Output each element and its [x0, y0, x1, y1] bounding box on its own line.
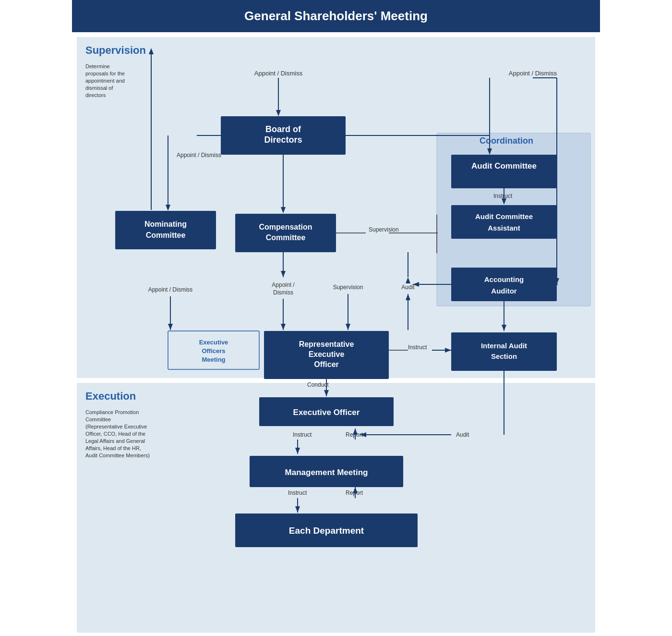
svg-text:Committee: Committee	[85, 416, 111, 422]
svg-text:Determine: Determine	[85, 63, 110, 69]
svg-text:Meeting: Meeting	[202, 356, 225, 363]
svg-text:Officers: Officers	[202, 347, 225, 355]
svg-text:Nominating: Nominating	[144, 220, 187, 228]
svg-text:Appoint / Dismiss: Appoint / Dismiss	[509, 70, 557, 77]
svg-text:Committee: Committee	[266, 233, 306, 242]
svg-text:Directors: Directors	[264, 135, 302, 145]
svg-text:Appoint / Dismiss: Appoint / Dismiss	[148, 286, 193, 293]
svg-text:Representative: Representative	[299, 340, 354, 348]
svg-text:Instruct: Instruct	[288, 489, 307, 496]
svg-text:(Representative Executive: (Representative Executive	[85, 424, 147, 429]
svg-text:Affairs, Head of the HR,: Affairs, Head of the HR,	[85, 445, 141, 451]
svg-text:Management Meeting: Management Meeting	[285, 468, 368, 477]
svg-text:Compliance Promotion: Compliance Promotion	[85, 409, 139, 415]
header-bar: General Shareholders' Meeting	[72, 0, 600, 32]
svg-text:Executive: Executive	[199, 339, 228, 346]
svg-text:Coordination: Coordination	[480, 136, 533, 146]
svg-text:Officer: Officer	[314, 360, 339, 368]
svg-text:Instruct: Instruct	[293, 431, 312, 438]
org-chart-diagram: Supervision Determine proposals for the …	[72, 32, 600, 636]
svg-text:Officer, CCO, Head of the: Officer, CCO, Head of the	[85, 431, 145, 437]
svg-text:Audit Committee: Audit Committee	[475, 212, 533, 220]
svg-text:Conduct: Conduct	[307, 381, 329, 388]
svg-text:Appoint / Dismiss: Appoint / Dismiss	[254, 70, 303, 77]
header-title: General Shareholders' Meeting	[244, 9, 428, 23]
svg-text:appointment and: appointment and	[85, 78, 125, 84]
svg-text:dismissal of: dismissal of	[85, 85, 113, 91]
svg-text:Supervision: Supervision	[369, 226, 399, 233]
svg-text:Board of: Board of	[265, 124, 301, 134]
svg-rect-39	[451, 155, 557, 188]
svg-text:directors: directors	[85, 92, 106, 98]
svg-text:proposals for the: proposals for the	[85, 71, 125, 76]
svg-text:Auditor: Auditor	[491, 287, 516, 295]
svg-text:Each Department: Each Department	[289, 526, 364, 536]
page-wrapper: General Shareholders' Meeting Supervisio…	[72, 0, 600, 636]
svg-text:Committee: Committee	[146, 231, 186, 239]
svg-text:Audit: Audit	[456, 431, 469, 438]
svg-text:Execution: Execution	[85, 390, 136, 402]
svg-rect-44	[451, 205, 557, 239]
svg-rect-25	[115, 211, 216, 249]
svg-text:Appoint /: Appoint /	[272, 281, 295, 288]
svg-text:Supervision: Supervision	[333, 284, 363, 291]
svg-text:Executive Officer: Executive Officer	[293, 408, 360, 417]
svg-rect-47	[451, 268, 557, 301]
svg-text:Audit: Audit	[401, 284, 415, 291]
svg-text:Compensation: Compensation	[259, 223, 312, 231]
svg-text:Legal Affairs and General: Legal Affairs and General	[85, 438, 145, 444]
svg-text:Internal Audit: Internal Audit	[481, 342, 527, 350]
svg-text:Assistant: Assistant	[488, 224, 520, 232]
svg-text:Executive: Executive	[309, 350, 345, 358]
svg-text:Section: Section	[491, 352, 517, 360]
svg-rect-82	[451, 332, 557, 371]
svg-text:Instruct: Instruct	[408, 344, 427, 351]
svg-text:Audit Committee Members): Audit Committee Members)	[85, 453, 150, 458]
svg-text:Accounting: Accounting	[484, 275, 524, 283]
svg-text:Dismiss: Dismiss	[273, 289, 293, 296]
svg-text:Supervision: Supervision	[85, 44, 146, 56]
svg-rect-30	[235, 214, 336, 252]
svg-text:Instruct: Instruct	[493, 193, 513, 199]
svg-text:Appoint / Dismiss: Appoint / Dismiss	[177, 152, 221, 159]
svg-text:Audit Committee: Audit Committee	[471, 161, 537, 171]
